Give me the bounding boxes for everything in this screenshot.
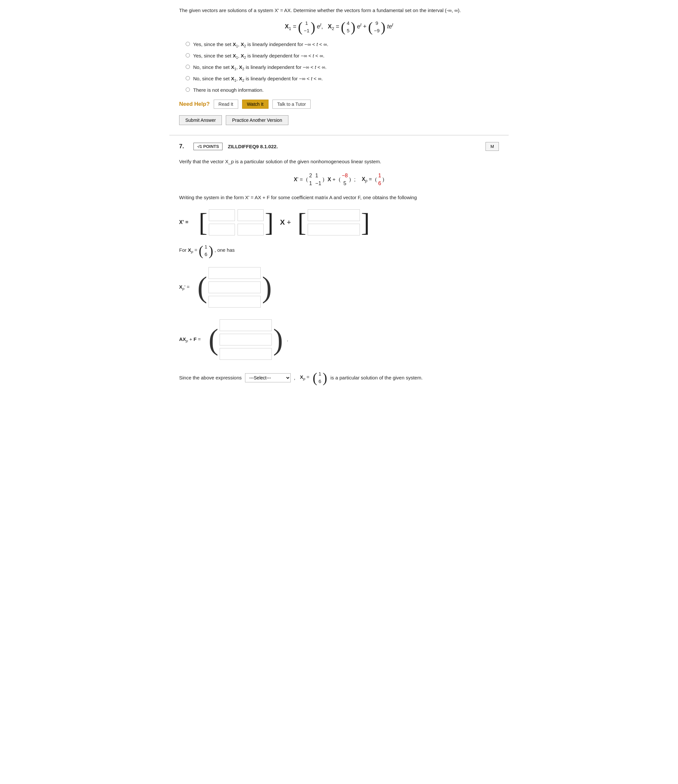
x2-b-bot: −9 — [374, 27, 379, 34]
radio-1[interactable] — [186, 42, 190, 46]
need-help-label: Need Help? — [179, 101, 210, 108]
big-bracket-left-1: [ — [199, 209, 207, 235]
a11: 2 — [309, 172, 312, 179]
option-3[interactable]: No, since the set X1, X2 is linearly ind… — [186, 64, 499, 72]
xp-conc-matrix: ( 1 6 ) — [313, 370, 327, 385]
top-section: The given vectors are solutions of a sys… — [170, 0, 508, 135]
xp-prime-input-1[interactable] — [208, 267, 261, 279]
option-4-label: No, since the set X1, X2 is linearly dep… — [193, 75, 323, 83]
a-input-21[interactable] — [209, 224, 235, 235]
paren-left-3: ( — [368, 20, 373, 34]
axp-f-matrix: ( ) — [208, 317, 283, 362]
a-matrix: ( 2 1 1 −1 ) — [306, 172, 324, 187]
option-1[interactable]: Yes, since the set X1, X2 is linearly in… — [186, 41, 499, 49]
comma: , — [294, 374, 297, 382]
select-dropdown[interactable]: ---Select--- are equal are not equal — [245, 373, 291, 382]
xp-conc-top: 1 — [319, 370, 321, 378]
talk-to-tutor-button[interactable]: Talk to a Tutor — [272, 100, 311, 109]
option-2[interactable]: Yes, since the set X1, X2 is linearly de… — [186, 52, 499, 61]
read-it-button[interactable]: Read It — [214, 100, 238, 109]
matrix-input-row: X' = [ ] X + [ — [179, 209, 499, 235]
vectors-equation: X1 = ( 1 −1 ) et, X2 = ( 4 5 ) et + — [179, 20, 499, 34]
option-1-label: Yes, since the set X1, X2 is linearly in… — [193, 41, 328, 49]
axp-f-input-3[interactable] — [219, 348, 272, 360]
x1-matrix: ( 1 −1 ) — [298, 20, 315, 34]
conclusion-text: is a particular solution of the given sy… — [331, 374, 423, 382]
xp-label: Xp = — [362, 175, 372, 184]
axp-paren-left: ( — [208, 325, 218, 354]
option-4[interactable]: No, since the set X1, X2 is linearly dep… — [186, 75, 499, 83]
f2: 5 — [343, 179, 346, 187]
submit-answer-button[interactable]: Submit Answer — [179, 115, 222, 125]
watch-it-button[interactable]: Watch It — [242, 100, 269, 109]
question-header: 7. -/1 POINTS ZILLDIFFEQ9 8.1.022. M — [179, 142, 499, 151]
f-input-2[interactable] — [308, 224, 360, 235]
radio-3[interactable] — [186, 65, 190, 69]
f-input-1[interactable] — [308, 209, 360, 221]
a-input-matrix: [ ] — [199, 209, 274, 235]
a-input-22[interactable] — [238, 224, 264, 235]
xp-prime-paren-left: ( — [197, 273, 207, 302]
xp-prime-input-3[interactable] — [208, 296, 261, 308]
axp-f-row: AXp + F = ( ) . — [179, 317, 499, 362]
option-5-label: There is not enough information. — [193, 87, 264, 94]
a22: −1 — [315, 179, 321, 187]
x1-cells: 1 −1 — [303, 20, 310, 34]
xp-prime-matrix: ( ) — [197, 265, 272, 310]
a-paren-l: ( — [306, 177, 308, 182]
radio-2[interactable] — [186, 53, 190, 58]
f-cells: −8 5 — [341, 172, 349, 187]
paren-right-2: ) — [351, 20, 355, 34]
xp-prime-input-2[interactable] — [208, 282, 261, 293]
xp-conc-paren-l: ( — [313, 371, 317, 385]
question-7-section: 7. -/1 POINTS ZILLDIFFEQ9 8.1.022. M Ver… — [170, 136, 508, 391]
practice-another-button[interactable]: Practice Another Version — [226, 115, 288, 125]
xp-conc-cells: 1 6 — [317, 370, 322, 385]
axp-f-input-2[interactable] — [219, 334, 272, 346]
intro-text: The given vectors are solutions of a sys… — [179, 6, 499, 14]
x2-b-cells: 9 −9 — [373, 20, 381, 34]
radio-4[interactable] — [186, 76, 190, 80]
option-2-label: Yes, since the set X1, X2 is linearly de… — [193, 52, 324, 61]
x1-bot: −1 — [304, 27, 309, 34]
paren-left-2: ( — [341, 20, 345, 34]
xp-top: 1 — [378, 172, 381, 179]
xp-conc-paren-r: ) — [323, 371, 327, 385]
f-matrix: ( −8 5 ) — [339, 172, 351, 187]
a-paren-r: ) — [323, 177, 324, 182]
xp-d-top: 1 — [205, 243, 207, 251]
my-notes-button[interactable]: M — [485, 142, 499, 151]
axp-f-inputs — [219, 317, 272, 362]
xp-prime-inputs — [208, 265, 261, 310]
submit-row: Submit Answer Practice Another Version — [179, 115, 499, 125]
page-wrapper: The given vectors are solutions of a sys… — [170, 0, 508, 391]
x2-exp1: et + — [357, 23, 368, 30]
x2-a-top: 4 — [347, 20, 350, 27]
xp-display-matrix: ( 1 6 ) — [199, 243, 213, 258]
xp-d-paren-l: ( — [199, 244, 203, 258]
f1: −8 — [342, 172, 348, 179]
xprime-label: X' = — [294, 175, 303, 184]
xp-paren-r: ) — [383, 177, 384, 182]
xp-d-bot: 6 — [205, 251, 207, 258]
a-input-12[interactable] — [238, 209, 264, 221]
x1-top: 1 — [305, 20, 308, 27]
xp-paren-l: ( — [375, 177, 377, 182]
x2-a-cells: 4 5 — [346, 20, 350, 34]
option-5[interactable]: There is not enough information. — [186, 87, 499, 94]
x1-exp: et, — [317, 23, 326, 30]
xp-bot: 6 — [378, 179, 381, 187]
f-input-matrix: [ ] — [297, 209, 370, 235]
question-title: ZILLDIFFEQ9 8.1.022. — [228, 144, 278, 149]
xprime-input-label: X' = — [179, 218, 192, 227]
a-input-cells — [209, 209, 264, 235]
a-input-11[interactable] — [209, 209, 235, 221]
radio-5[interactable] — [186, 87, 190, 92]
question-number: 7. — [179, 143, 188, 150]
xp-prime-row: Xp' = ( ) — [179, 265, 499, 310]
since-row: Since the above expressions ---Select---… — [179, 370, 499, 385]
xp-conc-bot: 6 — [319, 378, 321, 385]
axp-f-input-1[interactable] — [219, 320, 272, 331]
writing-text: Writing the system in the form X' = AX +… — [179, 193, 499, 202]
x2-a-bot: 5 — [347, 27, 350, 34]
